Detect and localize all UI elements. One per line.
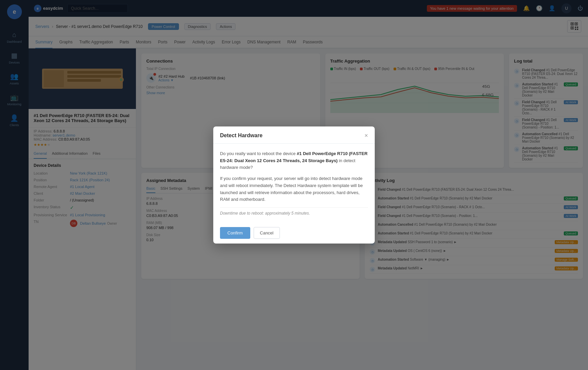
modal-text: Do you really want to reboot the device …	[220, 150, 368, 171]
modal-footer: Confirm Cancel	[213, 222, 375, 244]
modal-close-button[interactable]: ×	[364, 133, 368, 139]
confirm-button[interactable]: Confirm	[220, 227, 250, 239]
modal-body: Do you really want to reboot the device …	[213, 144, 375, 223]
modal-title: Detect Hardware	[220, 133, 262, 139]
cancel-button[interactable]: Cancel	[254, 227, 280, 239]
detect-hardware-modal: Detect Hardware × Do you really want to …	[213, 126, 375, 244]
modal-description: If you confirm your request, your server…	[220, 175, 368, 203]
modal-downtime: Downtime due to reboot: approximately 5 …	[220, 207, 368, 216]
modal-overlay[interactable]: Detect Hardware × Do you really want to …	[0, 0, 588, 370]
modal-header: Detect Hardware ×	[213, 126, 375, 144]
